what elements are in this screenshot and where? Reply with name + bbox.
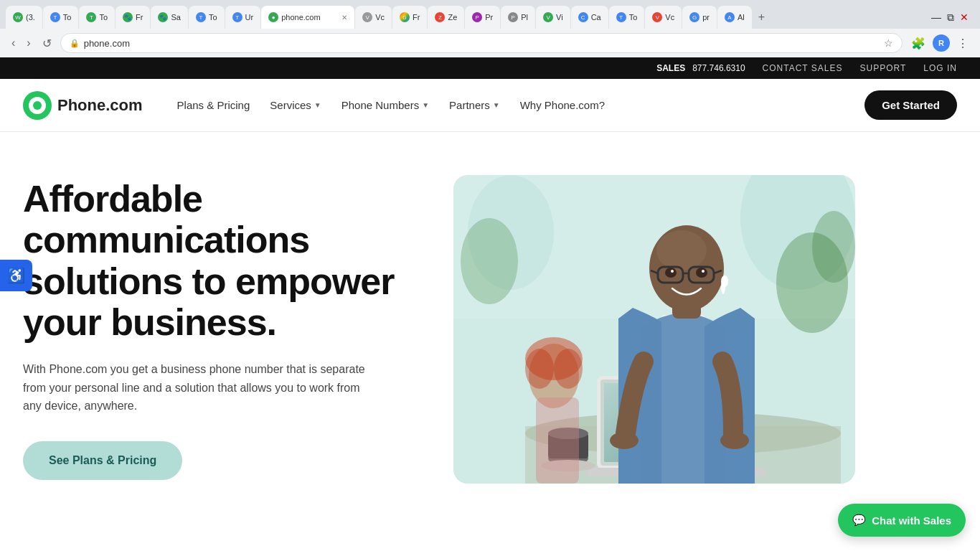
logo-svg	[23, 91, 52, 120]
tab-favicon-13: P	[508, 12, 518, 22]
reload-button[interactable]: ↺	[39, 34, 55, 53]
nav-phone-numbers[interactable]: Phone Numbers ▼	[341, 99, 429, 111]
forward-button[interactable]: ›	[24, 34, 33, 52]
toolbar-actions: 🧩 R ⋮	[908, 34, 971, 53]
nav-partners[interactable]: Partners ▼	[449, 99, 500, 111]
tab-favicon-9: V	[362, 12, 372, 22]
tab-14[interactable]: V Vi	[536, 6, 570, 29]
support-link[interactable]: SUPPORT	[860, 63, 907, 73]
tab-active[interactable]: ● phone.com ✕	[261, 6, 354, 29]
sales-text: SALES 877.746.6310	[656, 63, 745, 73]
see-plans-button[interactable]: See Plans & Pricing	[23, 441, 182, 480]
svg-point-29	[671, 270, 674, 273]
hero-subtitle: With Phone.com you get a business phone …	[23, 360, 367, 415]
menu-button[interactable]: ⋮	[954, 34, 971, 53]
nav-services[interactable]: Services ▼	[270, 99, 321, 111]
tab-close-icon[interactable]: ✕	[341, 14, 347, 22]
tab-6[interactable]: T To	[189, 6, 225, 29]
url-text: phone.com	[84, 38, 880, 49]
tab-favicon-1: W	[13, 12, 23, 22]
hero-section: Affordable communications solutions to e…	[0, 132, 980, 512]
window-controls: — ⧉ ✕	[925, 11, 974, 24]
tab-16[interactable]: T To	[609, 6, 645, 29]
tab-favicon-10: G	[400, 12, 410, 22]
restore-button[interactable]: ⧉	[947, 11, 954, 24]
chat-icon: 💬	[852, 514, 866, 527]
tab-favicon-active: ●	[268, 12, 278, 22]
tab-favicon-7: T	[232, 12, 242, 22]
accessibility-icon: ♿	[7, 268, 25, 283]
extensions-button[interactable]: 🧩	[908, 34, 928, 53]
phone-numbers-chevron-icon: ▼	[422, 101, 429, 109]
svg-point-27	[665, 268, 677, 278]
lock-icon: 🔒	[70, 39, 80, 48]
nav-why-phone[interactable]: Why Phone.com?	[520, 99, 605, 111]
tab-19[interactable]: A Al	[717, 6, 752, 29]
tab-1[interactable]: W (3.	[6, 6, 42, 29]
tab-favicon-16: T	[616, 12, 626, 22]
close-button[interactable]: ✕	[960, 11, 969, 24]
tab-strip: W (3. T To T To 🐾 Fr 🐾 Sa T To	[6, 6, 923, 29]
svg-point-2	[33, 101, 42, 110]
svg-point-32	[721, 280, 725, 294]
tab-2[interactable]: T To	[43, 6, 79, 29]
tab-13[interactable]: P Pl	[501, 6, 535, 29]
partners-chevron-icon: ▼	[493, 101, 500, 109]
svg-point-28	[696, 268, 707, 278]
tab-7[interactable]: T Ur	[225, 6, 261, 29]
tab-15[interactable]: C Ca	[571, 6, 608, 29]
user-avatar[interactable]: R	[933, 34, 950, 52]
tab-17[interactable]: V Vc	[645, 6, 682, 29]
hero-title: Affordable communications solutions to e…	[23, 179, 425, 343]
chat-widget[interactable]: 💬 Chat with Sales	[838, 504, 966, 537]
tab-3[interactable]: T To	[79, 6, 115, 29]
browser-chrome: W (3. T To T To 🐾 Fr 🐾 Sa T To	[0, 0, 980, 57]
nav-links: Plans & Pricing Services ▼ Phone Numbers…	[177, 99, 842, 111]
hero-image-container	[453, 175, 855, 484]
new-tab-button[interactable]: +	[753, 8, 771, 27]
sales-number[interactable]: 877.746.6310	[692, 63, 745, 73]
minimize-button[interactable]: —	[931, 11, 941, 24]
tab-11[interactable]: Z Ze	[428, 6, 464, 29]
tab-favicon-4: 🐾	[123, 12, 133, 22]
main-nav: Phone.com Plans & Pricing Services ▼ Pho…	[0, 79, 980, 132]
svg-point-39	[554, 349, 583, 389]
svg-point-34	[720, 432, 749, 449]
tab-4[interactable]: 🐾 Fr	[116, 6, 150, 29]
tab-5[interactable]: 🐾 Sa	[151, 6, 187, 29]
tab-favicon-11: Z	[435, 12, 445, 22]
tab-18[interactable]: G pr	[682, 6, 717, 29]
tab-favicon-14: V	[543, 12, 553, 22]
svg-point-41	[812, 211, 855, 283]
browser-toolbar: ‹ › ↺ 🔒 phone.com ☆ 🧩 R ⋮	[0, 29, 980, 57]
bookmark-icon[interactable]: ☆	[884, 37, 893, 49]
address-bar[interactable]: 🔒 phone.com ☆	[60, 33, 903, 53]
tab-favicon-19: A	[725, 12, 735, 22]
website-content: SALES 877.746.6310 CONTACT SALES SUPPORT…	[0, 57, 980, 512]
tab-favicon-3: T	[86, 12, 96, 22]
logo-link[interactable]: Phone.com	[23, 91, 143, 120]
accessibility-widget[interactable]: ♿	[0, 260, 32, 291]
tab-favicon-12: P	[472, 12, 482, 22]
tab-favicon-2: T	[50, 12, 60, 22]
get-started-button[interactable]: Get Started	[864, 90, 957, 120]
tab-bar: W (3. T To T To 🐾 Fr 🐾 Sa T To	[0, 0, 980, 29]
contact-sales-link[interactable]: CONTACT SALES	[763, 63, 843, 73]
logo-text: Phone.com	[57, 96, 143, 115]
chat-label: Chat with Sales	[872, 514, 951, 527]
sales-label: SALES	[656, 63, 685, 73]
tab-12[interactable]: P Pr	[465, 6, 500, 29]
utility-bar: SALES 877.746.6310 CONTACT SALES SUPPORT…	[0, 57, 980, 79]
svg-point-21	[656, 230, 707, 270]
nav-plans-pricing[interactable]: Plans & Pricing	[177, 99, 250, 111]
tab-favicon-6: T	[196, 12, 206, 22]
tab-9[interactable]: V Vc	[355, 6, 392, 29]
tab-10[interactable]: G Fr	[392, 6, 427, 29]
login-link[interactable]: LOG IN	[923, 63, 957, 73]
back-button[interactable]: ‹	[9, 34, 18, 52]
tab-favicon-15: C	[578, 12, 588, 22]
hero-content: Affordable communications solutions to e…	[23, 179, 425, 480]
svg-point-42	[461, 218, 518, 304]
hero-illustration	[453, 175, 855, 484]
tab-favicon-5: 🐾	[158, 12, 168, 22]
